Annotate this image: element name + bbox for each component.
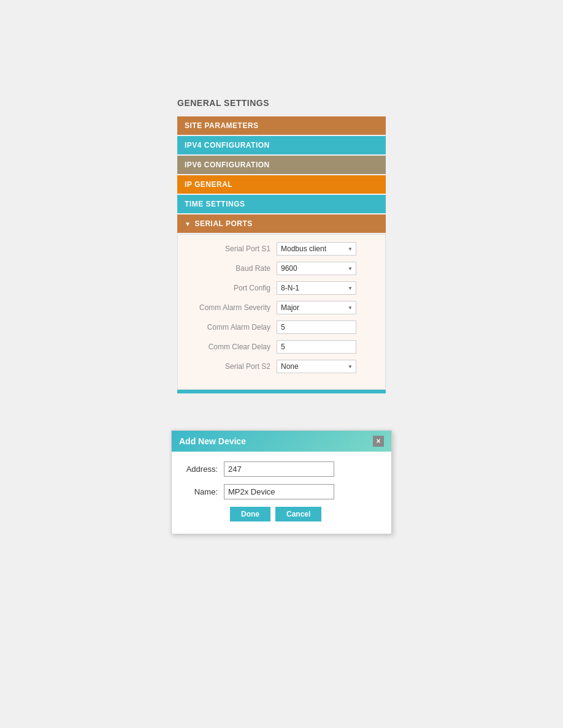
- baud-rate-label: Baud Rate: [188, 264, 277, 273]
- comm-clear-delay-input[interactable]: [277, 340, 356, 354]
- serial-port-s2-label: Serial Port S2: [188, 362, 277, 371]
- comm-clear-delay-label: Comm Clear Delay: [188, 343, 277, 351]
- dialog-body: Address: Name: Done Cancel: [172, 452, 391, 534]
- page-title: GENERAL SETTINGS: [177, 98, 386, 108]
- name-row: Name:: [184, 484, 379, 499]
- dialog-overlay: Add New Device × Address: Name: Done Can…: [171, 430, 392, 534]
- port-config-select[interactable]: 8-N-1 8-N-2 8-E-1: [277, 281, 356, 295]
- serial-ports-arrow-icon: ▼: [185, 221, 191, 227]
- address-label: Address:: [184, 464, 224, 474]
- comm-clear-delay-row: Comm Clear Delay: [188, 340, 375, 354]
- port-config-row: Port Config 8-N-1 8-N-2 8-E-1: [188, 281, 375, 295]
- address-row: Address:: [184, 461, 379, 477]
- comm-alarm-severity-row: Comm Alarm Severity Major Minor Critical: [188, 301, 375, 314]
- dialog-title: Add New Device: [179, 436, 246, 446]
- cancel-button[interactable]: Cancel: [275, 507, 321, 521]
- time-settings-label: TIME SETTINGS: [185, 200, 245, 208]
- serial-port-s2-select[interactable]: None Modbus client Modbus server: [277, 360, 356, 373]
- serial-ports-label: SERIAL PORTS: [194, 219, 252, 228]
- name-input[interactable]: [224, 484, 334, 499]
- name-label: Name:: [184, 487, 224, 496]
- done-button[interactable]: Done: [230, 507, 270, 521]
- site-parameters-label: SITE PARAMETERS: [185, 121, 259, 130]
- serial-port-s1-row: Serial Port S1 Modbus client None Modbus…: [188, 242, 375, 256]
- nav-item-ipv6[interactable]: IPV6 CONFIGURATION: [177, 156, 386, 174]
- dialog-header: Add New Device ×: [172, 431, 391, 452]
- comm-alarm-delay-label: Comm Alarm Delay: [188, 323, 277, 332]
- comm-alarm-delay-row: Comm Alarm Delay: [188, 320, 375, 334]
- serial-port-s1-select[interactable]: Modbus client None Modbus server: [277, 242, 356, 256]
- bottom-bar: [177, 390, 386, 393]
- ipv4-label: IPV4 CONFIGURATION: [185, 141, 270, 150]
- comm-alarm-severity-select[interactable]: Major Minor Critical: [277, 301, 356, 314]
- ipv6-label: IPV6 CONFIGURATION: [185, 161, 270, 169]
- nav-item-ip-general[interactable]: IP GENERAL: [177, 175, 386, 194]
- comm-alarm-severity-label: Comm Alarm Severity: [188, 303, 277, 312]
- serial-ports-content: Serial Port S1 Modbus client None Modbus…: [177, 234, 386, 390]
- ip-general-label: IP GENERAL: [185, 180, 232, 189]
- address-input[interactable]: [224, 461, 334, 477]
- comm-alarm-delay-input[interactable]: [277, 320, 356, 334]
- nav-item-site-parameters[interactable]: SITE PARAMETERS: [177, 116, 386, 135]
- nav-menu: SITE PARAMETERS IPV4 CONFIGURATION IPV6 …: [177, 116, 386, 233]
- serial-port-s2-row: Serial Port S2 None Modbus client Modbus…: [188, 360, 375, 373]
- port-config-label: Port Config: [188, 284, 277, 292]
- baud-rate-row: Baud Rate 9600 19200 38400 115200: [188, 262, 375, 275]
- nav-item-ipv4[interactable]: IPV4 CONFIGURATION: [177, 136, 386, 154]
- dialog-close-button[interactable]: ×: [373, 436, 384, 447]
- serial-port-s1-label: Serial Port S1: [188, 245, 277, 253]
- nav-item-serial-ports[interactable]: ▼ SERIAL PORTS: [177, 214, 386, 233]
- dialog-buttons: Done Cancel: [184, 507, 379, 521]
- baud-rate-select[interactable]: 9600 19200 38400 115200: [277, 262, 356, 275]
- nav-item-time-settings[interactable]: TIME SETTINGS: [177, 195, 386, 213]
- add-new-device-dialog: Add New Device × Address: Name: Done Can…: [171, 430, 392, 534]
